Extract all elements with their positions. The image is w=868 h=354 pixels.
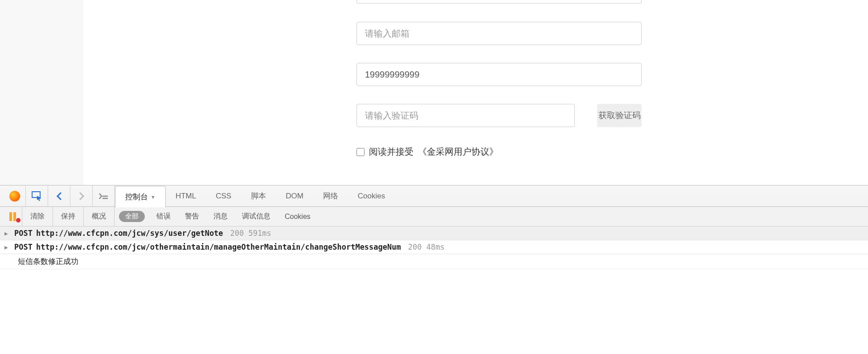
tab-html[interactable]: HTML (166, 185, 206, 207)
profile-button[interactable]: 概况 (84, 207, 115, 226)
tab-css[interactable]: CSS (206, 185, 241, 207)
log-status: 200 48ms (408, 243, 445, 251)
command-line-icon[interactable] (93, 185, 115, 207)
row-email (356, 22, 868, 45)
row-top-partial (356, 0, 868, 4)
log-entry[interactable]: ▶ POST http://www.cfcpn.com/jcw/othermai… (0, 240, 868, 254)
nav-back-icon[interactable] (48, 185, 70, 207)
svg-rect-0 (32, 192, 40, 198)
captcha-input[interactable] (356, 104, 575, 127)
keep-button[interactable]: 保持 (53, 207, 84, 226)
filter-all-pill[interactable]: 全部 (119, 211, 145, 222)
devtools-subbar: 清除 保持 概况 全部 错误 警告 消息 调试信息 Cookies (0, 207, 868, 226)
firebug-icon[interactable] (4, 185, 26, 207)
log-method: POST (14, 229, 33, 238)
nav-forward-icon[interactable] (70, 185, 93, 207)
filter-info[interactable]: 消息 (206, 212, 235, 221)
tab-network[interactable]: 网络 (313, 185, 348, 207)
left-gutter (0, 0, 82, 185)
filter-warn[interactable]: 警告 (178, 212, 206, 221)
row-captcha: 获取验证码 (356, 104, 868, 127)
agree-checkbox[interactable] (356, 148, 364, 156)
page-upper: 获取验证码 阅读并接受 《金采网用户协议》 (0, 0, 868, 185)
log-entry[interactable]: ▶ POST http://www.cfcpn.com/jcw/sys/user… (0, 226, 868, 240)
partial-input[interactable] (356, 0, 642, 4)
devtools-panel: 控制台 ▼ HTML CSS 脚本 DOM 网络 Cookies 清除 保持 概… (0, 185, 868, 269)
filter-debug[interactable]: 调试信息 (235, 212, 278, 221)
log-message: 短信条数修正成功 (0, 254, 868, 269)
clear-button[interactable]: 清除 (22, 207, 53, 226)
get-captcha-button[interactable]: 获取验证码 (597, 104, 642, 127)
tab-dom[interactable]: DOM (276, 185, 313, 207)
tab-script[interactable]: 脚本 (241, 185, 276, 207)
log-url: http://www.cfcpn.com/jcw/othermaintain/m… (36, 243, 401, 251)
inspect-icon[interactable] (26, 185, 48, 207)
agree-prefix: 阅读并接受 (369, 146, 414, 158)
filter-error[interactable]: 错误 (149, 212, 178, 221)
row-agreement: 阅读并接受 《金采网用户协议》 (356, 146, 868, 158)
tab-cookies[interactable]: Cookies (348, 185, 395, 207)
devtools-tabbar: 控制台 ▼ HTML CSS 脚本 DOM 网络 Cookies (0, 185, 868, 207)
form-area: 获取验证码 阅读并接受 《金采网用户协议》 (82, 0, 868, 185)
email-input[interactable] (356, 22, 642, 45)
log-status: 200 591ms (230, 229, 271, 238)
tab-console[interactable]: 控制台 ▼ (115, 186, 166, 207)
expand-arrow-icon[interactable]: ▶ (4, 230, 11, 237)
console-log: ▶ POST http://www.cfcpn.com/jcw/sys/user… (0, 226, 868, 269)
expand-arrow-icon[interactable]: ▶ (4, 244, 11, 251)
tab-console-label: 控制台 (125, 192, 148, 202)
row-phone (356, 63, 868, 86)
chevron-down-icon: ▼ (151, 194, 156, 200)
log-url: http://www.cfcpn.com/jcw/sys/user/getNot… (36, 229, 223, 238)
agreement-link[interactable]: 《金采网用户协议》 (418, 146, 498, 158)
break-icon[interactable] (4, 207, 22, 226)
filter-cookies[interactable]: Cookies (278, 213, 318, 221)
log-method: POST (14, 243, 33, 251)
phone-input[interactable] (356, 63, 642, 86)
